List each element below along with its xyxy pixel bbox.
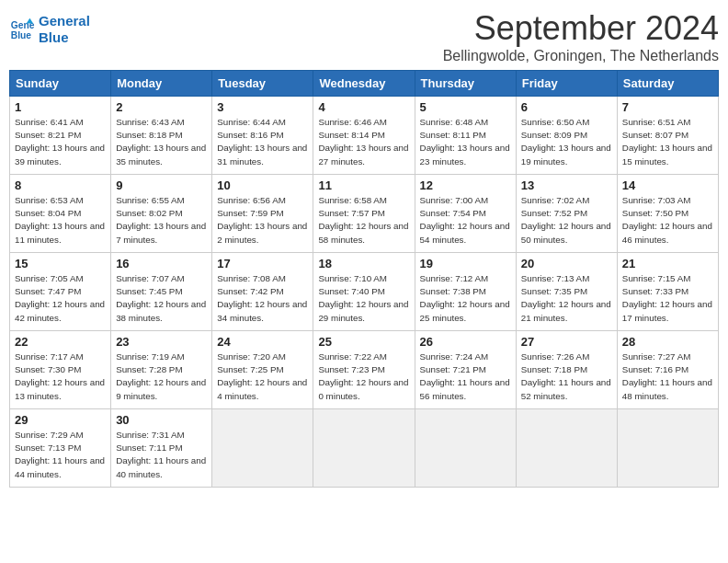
day-number: 26	[420, 335, 511, 349]
logo-icon: General Blue	[9, 17, 35, 42]
day-number: 5	[420, 100, 511, 114]
day-info: Sunrise: 6:55 AMSunset: 8:02 PMDaylight:…	[116, 194, 207, 247]
calendar-cell: 8Sunrise: 6:53 AMSunset: 8:04 PMDaylight…	[10, 175, 111, 253]
calendar-cell: 28Sunrise: 7:27 AMSunset: 7:16 PMDayligh…	[617, 331, 718, 409]
weekday-header-row: SundayMondayTuesdayWednesdayThursdayFrid…	[10, 71, 719, 97]
day-number: 14	[622, 178, 713, 192]
calendar-cell	[313, 409, 415, 488]
calendar-cell: 12Sunrise: 7:00 AMSunset: 7:54 PMDayligh…	[415, 175, 516, 253]
day-info: Sunrise: 6:53 AMSunset: 8:04 PMDaylight:…	[15, 194, 106, 247]
day-info: Sunrise: 7:29 AMSunset: 7:13 PMDaylight:…	[15, 429, 106, 481]
calendar-cell: 17Sunrise: 7:08 AMSunset: 7:42 PMDayligh…	[212, 253, 313, 331]
calendar-cell: 2Sunrise: 6:43 AMSunset: 8:18 PMDaylight…	[111, 97, 212, 175]
weekday-header-wednesday: Wednesday	[313, 71, 415, 97]
calendar-cell: 16Sunrise: 7:07 AMSunset: 7:45 PMDayligh…	[111, 253, 212, 331]
logo: General Blue General Blue	[9, 9, 90, 46]
day-number: 7	[622, 100, 713, 114]
day-info: Sunrise: 7:12 AMSunset: 7:38 PMDaylight:…	[420, 272, 511, 325]
day-number: 13	[521, 178, 612, 192]
day-info: Sunrise: 6:51 AMSunset: 8:07 PMDaylight:…	[622, 116, 713, 168]
day-number: 22	[15, 335, 106, 349]
month-title: September 2024	[443, 9, 719, 48]
logo-line1: General	[39, 13, 90, 29]
day-info: Sunrise: 7:08 AMSunset: 7:42 PMDaylight:…	[217, 272, 308, 325]
day-number: 28	[622, 335, 713, 349]
day-number: 27	[521, 335, 612, 349]
day-number: 11	[318, 178, 409, 192]
day-number: 1	[15, 100, 106, 114]
day-number: 23	[116, 335, 207, 349]
day-number: 24	[217, 335, 308, 349]
day-number: 18	[318, 257, 409, 270]
day-number: 17	[217, 257, 308, 270]
day-number: 4	[318, 100, 409, 114]
calendar-cell: 1Sunrise: 6:41 AMSunset: 8:21 PMDaylight…	[10, 97, 111, 175]
calendar-cell: 20Sunrise: 7:13 AMSunset: 7:35 PMDayligh…	[516, 253, 617, 331]
calendar-cell: 23Sunrise: 7:19 AMSunset: 7:28 PMDayligh…	[111, 331, 212, 409]
calendar-cell: 30Sunrise: 7:31 AMSunset: 7:11 PMDayligh…	[111, 409, 212, 488]
week-row-4: 22Sunrise: 7:17 AMSunset: 7:30 PMDayligh…	[10, 331, 719, 409]
day-info: Sunrise: 7:00 AMSunset: 7:54 PMDaylight:…	[420, 194, 511, 247]
calendar-cell: 3Sunrise: 6:44 AMSunset: 8:16 PMDaylight…	[212, 97, 313, 175]
calendar-cell: 15Sunrise: 7:05 AMSunset: 7:47 PMDayligh…	[10, 253, 111, 331]
day-number: 8	[15, 178, 106, 192]
day-info: Sunrise: 7:02 AMSunset: 7:52 PMDaylight:…	[521, 194, 612, 247]
day-number: 16	[116, 257, 207, 270]
calendar-cell: 19Sunrise: 7:12 AMSunset: 7:38 PMDayligh…	[415, 253, 516, 331]
day-info: Sunrise: 7:19 AMSunset: 7:28 PMDaylight:…	[116, 350, 207, 403]
calendar-cell: 24Sunrise: 7:20 AMSunset: 7:25 PMDayligh…	[212, 331, 313, 409]
day-number: 30	[116, 413, 207, 427]
day-number: 12	[420, 178, 511, 192]
day-info: Sunrise: 7:05 AMSunset: 7:47 PMDaylight:…	[15, 272, 106, 325]
day-info: Sunrise: 6:43 AMSunset: 8:18 PMDaylight:…	[116, 116, 207, 168]
week-row-3: 15Sunrise: 7:05 AMSunset: 7:47 PMDayligh…	[10, 253, 719, 331]
header: General Blue General Blue September 2024…	[9, 9, 719, 64]
calendar-cell: 21Sunrise: 7:15 AMSunset: 7:33 PMDayligh…	[617, 253, 718, 331]
weekday-header-thursday: Thursday	[415, 71, 516, 97]
calendar-cell: 9Sunrise: 6:55 AMSunset: 8:02 PMDaylight…	[111, 175, 212, 253]
logo-line2: Blue	[39, 29, 90, 46]
calendar-cell: 4Sunrise: 6:46 AMSunset: 8:14 PMDaylight…	[313, 97, 415, 175]
day-number: 21	[622, 257, 713, 270]
day-number: 15	[15, 257, 106, 270]
day-info: Sunrise: 7:20 AMSunset: 7:25 PMDaylight:…	[217, 350, 308, 403]
day-number: 19	[420, 257, 511, 270]
calendar-cell: 29Sunrise: 7:29 AMSunset: 7:13 PMDayligh…	[10, 409, 111, 488]
day-info: Sunrise: 6:41 AMSunset: 8:21 PMDaylight:…	[15, 116, 106, 168]
calendar-cell: 7Sunrise: 6:51 AMSunset: 8:07 PMDaylight…	[617, 97, 718, 175]
calendar-cell: 27Sunrise: 7:26 AMSunset: 7:18 PMDayligh…	[516, 331, 617, 409]
day-info: Sunrise: 7:07 AMSunset: 7:45 PMDaylight:…	[116, 272, 207, 325]
calendar-cell: 13Sunrise: 7:02 AMSunset: 7:52 PMDayligh…	[516, 175, 617, 253]
weekday-header-tuesday: Tuesday	[212, 71, 313, 97]
day-info: Sunrise: 6:48 AMSunset: 8:11 PMDaylight:…	[420, 116, 511, 168]
svg-text:Blue: Blue	[11, 30, 32, 40]
day-number: 10	[217, 178, 308, 192]
location-subtitle: Bellingwolde, Groningen, The Netherlands	[443, 48, 719, 64]
day-number: 3	[217, 100, 308, 114]
day-info: Sunrise: 7:03 AMSunset: 7:50 PMDaylight:…	[622, 194, 713, 247]
calendar-cell: 22Sunrise: 7:17 AMSunset: 7:30 PMDayligh…	[10, 331, 111, 409]
calendar-table: SundayMondayTuesdayWednesdayThursdayFrid…	[9, 70, 719, 488]
calendar-cell	[617, 409, 718, 488]
day-info: Sunrise: 6:46 AMSunset: 8:14 PMDaylight:…	[318, 116, 409, 168]
week-row-2: 8Sunrise: 6:53 AMSunset: 8:04 PMDaylight…	[10, 175, 719, 253]
day-info: Sunrise: 7:10 AMSunset: 7:40 PMDaylight:…	[318, 272, 409, 325]
day-info: Sunrise: 6:50 AMSunset: 8:09 PMDaylight:…	[521, 116, 612, 168]
day-number: 9	[116, 178, 207, 192]
day-number: 2	[116, 100, 207, 114]
day-number: 29	[15, 413, 106, 427]
day-info: Sunrise: 7:17 AMSunset: 7:30 PMDaylight:…	[15, 350, 106, 403]
day-info: Sunrise: 7:26 AMSunset: 7:18 PMDaylight:…	[521, 350, 612, 403]
weekday-header-friday: Friday	[516, 71, 617, 97]
weekday-header-sunday: Sunday	[10, 71, 111, 97]
day-info: Sunrise: 7:15 AMSunset: 7:33 PMDaylight:…	[622, 272, 713, 325]
day-info: Sunrise: 7:22 AMSunset: 7:23 PMDaylight:…	[318, 350, 409, 403]
calendar-cell: 25Sunrise: 7:22 AMSunset: 7:23 PMDayligh…	[313, 331, 415, 409]
day-info: Sunrise: 7:31 AMSunset: 7:11 PMDaylight:…	[116, 429, 207, 481]
day-number: 25	[318, 335, 409, 349]
calendar-cell: 11Sunrise: 6:58 AMSunset: 7:57 PMDayligh…	[313, 175, 415, 253]
calendar-cell: 26Sunrise: 7:24 AMSunset: 7:21 PMDayligh…	[415, 331, 516, 409]
day-number: 20	[521, 257, 612, 270]
day-number: 6	[521, 100, 612, 114]
week-row-5: 29Sunrise: 7:29 AMSunset: 7:13 PMDayligh…	[10, 409, 719, 488]
